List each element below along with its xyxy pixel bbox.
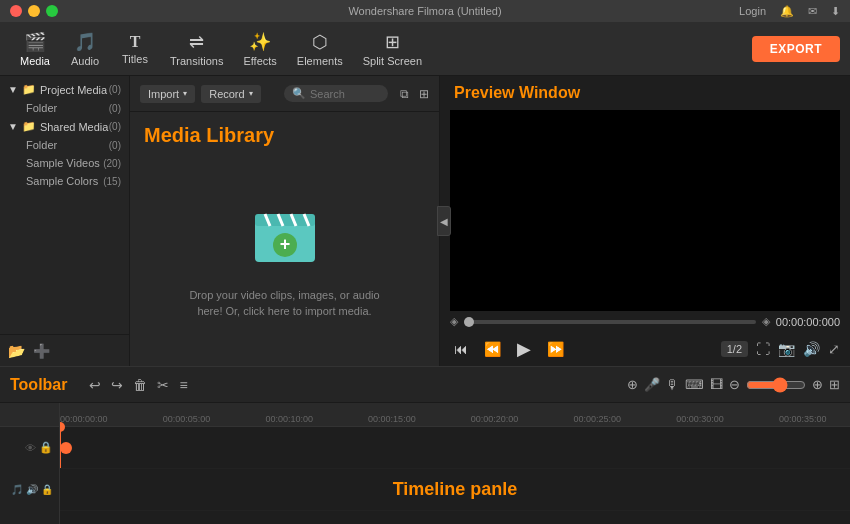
sidebar-item-shared-folder[interactable]: Folder (0) — [0, 136, 129, 154]
snapshot-icon[interactable]: 📷 — [778, 341, 795, 357]
fullscreen-icon[interactable]: ⛶ — [756, 341, 770, 357]
preview-right-icons: ⛶ 📷 🔊 ⤢ — [756, 341, 840, 357]
audio-track-lock-icon[interactable]: 🔒 — [41, 484, 53, 495]
project-folder-label: Folder — [26, 102, 57, 114]
step-back-button[interactable]: ⏪ — [480, 339, 505, 359]
delete-icon[interactable]: 🗑 — [131, 375, 149, 395]
elements-icon: ⬡ — [312, 31, 328, 53]
collapse-panel-button[interactable]: ◀ — [437, 206, 451, 236]
sidebar-item-project-folder[interactable]: Folder (0) — [0, 99, 129, 117]
shared-folder-icon: 📁 — [22, 120, 36, 133]
download-icon[interactable]: ⬇ — [831, 5, 840, 18]
sidebar-item-sample-videos[interactable]: Sample Videos (20) — [0, 154, 129, 172]
media-icon: 🎬 — [24, 31, 46, 53]
preview-controls: ⏮ ⏪ ▶ ⏩ 1/2 ⛶ 📷 🔊 ⤢ — [440, 332, 850, 366]
audio-icon[interactable]: 🎤 — [644, 377, 660, 392]
captions-icon[interactable]: ⌨ — [685, 377, 704, 392]
zoom-level-button[interactable]: 1/2 — [721, 341, 748, 357]
clip-settings-icon[interactable]: ⊕ — [627, 377, 638, 392]
minus-circle-icon[interactable]: ⊖ — [729, 377, 740, 392]
scrubber-thumb[interactable] — [464, 317, 474, 327]
sidebar-item-shared-media[interactable]: ▼ 📁 Shared Media (0) — [0, 117, 129, 136]
titles-label: Titles — [122, 53, 148, 65]
filter-icon[interactable]: ⧉ — [400, 87, 409, 101]
video-track-header: 👁 🔒 — [0, 427, 59, 469]
toolbar-item-media[interactable]: 🎬 Media — [10, 27, 60, 71]
scrubber-left-bracket[interactable]: ◈ — [450, 315, 458, 328]
transitions-label: Transitions — [170, 55, 223, 67]
toolbar-item-elements[interactable]: ⬡ Elements — [287, 27, 353, 71]
ruler-tick-4: 00:00:20:00 — [471, 414, 519, 424]
ruler-tick-7: 00:00:35:00 — [779, 414, 827, 424]
chevron-down-icon: ▾ — [183, 89, 187, 98]
add-icon[interactable]: ➕ — [33, 343, 50, 359]
audio-track-empty — [60, 511, 850, 524]
skip-back-button[interactable]: ⏮ — [450, 339, 472, 359]
grid-icon[interactable]: ⊞ — [419, 87, 429, 101]
minimize-button[interactable] — [28, 5, 40, 17]
track-lock-icon[interactable]: 🔒 — [39, 441, 53, 454]
scrubber-track[interactable] — [464, 320, 756, 324]
play-button[interactable]: ▶ — [513, 336, 535, 362]
sidebar-item-project-media[interactable]: ▼ 📁 Project Media (0) — [0, 80, 129, 99]
zoom-slider[interactable] — [746, 377, 806, 393]
scrubber-right-bracket[interactable]: ◈ — [762, 315, 770, 328]
transitions-icon: ⇌ — [189, 31, 204, 53]
timeline-toolbar-title: Toolbar — [10, 376, 67, 394]
ruler-tick-6: 00:00:30:00 — [676, 414, 724, 424]
import-button[interactable]: Import ▾ — [140, 85, 195, 103]
record-label: Record — [209, 88, 244, 100]
step-forward-button[interactable]: ⏩ — [543, 339, 568, 359]
voice-icon[interactable]: 🎙 — [666, 377, 679, 392]
export-button[interactable]: EXPORT — [752, 36, 840, 62]
login-link[interactable]: Login — [739, 5, 766, 18]
expand-icon[interactable]: ⤢ — [828, 341, 840, 357]
traffic-lights — [10, 5, 58, 17]
shared-folder-label: Folder — [26, 139, 57, 151]
timeline-toolbar-icons: ↩ ↪ 🗑 ✂ ≡ — [87, 375, 189, 395]
timeline-section: Toolbar ↩ ↪ 🗑 ✂ ≡ ⊕ 🎤 🎙 ⌨ 🎞 ⊖ ⊕ ⊞ — [0, 366, 850, 524]
playhead-marker — [60, 422, 65, 432]
toolbar-item-effects[interactable]: ✨ Effects — [233, 27, 286, 71]
track-eye-icon[interactable]: 👁 — [25, 442, 36, 454]
timeline-body: 👁 🔒 🎵 🔊 🔒 00:00:00:00 00:00:05:00 00:00:… — [0, 403, 850, 524]
elements-label: Elements — [297, 55, 343, 67]
audio-track-header: 🎵 🔊 🔒 — [0, 469, 59, 511]
preview-title: Preview Window — [440, 76, 850, 110]
audio-track-icon[interactable]: 🎵 — [11, 484, 23, 495]
time-display: 00:00:00:000 — [776, 316, 840, 328]
sample-colors-count: (15) — [103, 176, 121, 187]
toolbar-item-titles[interactable]: T Titles — [110, 29, 160, 69]
project-media-count: (0) — [109, 84, 121, 95]
new-folder-icon[interactable]: 📂 — [8, 343, 25, 359]
maximize-button[interactable] — [46, 5, 58, 17]
grid-toggle-icon[interactable]: ⊞ — [829, 377, 840, 392]
record-button[interactable]: Record ▾ — [201, 85, 260, 103]
toolbar-item-audio[interactable]: 🎵 Audio — [60, 27, 110, 71]
audio-track-volume-icon[interactable]: 🔊 — [26, 484, 38, 495]
media-label: Media — [20, 55, 50, 67]
cut-icon[interactable]: ✂ — [155, 375, 171, 395]
title-bar: Wondershare Filmora (Untitled) Login 🔔 ✉… — [0, 0, 850, 22]
search-input[interactable] — [310, 88, 380, 100]
sample-colors-label: Sample Colors — [26, 175, 98, 187]
toolbar-item-transitions[interactable]: ⇌ Transitions — [160, 27, 233, 71]
toolbar-item-split-screen[interactable]: ⊞ Split Screen — [353, 27, 432, 71]
volume-icon[interactable]: 🔊 — [803, 341, 820, 357]
message-icon[interactable]: ✉ — [808, 5, 817, 18]
timeline-toolbar: Toolbar ↩ ↪ 🗑 ✂ ≡ ⊕ 🎤 🎙 ⌨ 🎞 ⊖ ⊕ ⊞ — [0, 367, 850, 403]
effects-icon: ✨ — [249, 31, 271, 53]
chevron-down-icon: ▼ — [8, 84, 18, 95]
sidebar-item-sample-colors[interactable]: Sample Colors (15) — [0, 172, 129, 190]
preview-video-area — [450, 110, 840, 311]
redo-icon[interactable]: ↪ — [109, 375, 125, 395]
plus-circle-icon[interactable]: ⊕ — [812, 377, 823, 392]
video-icon[interactable]: 🎞 — [710, 377, 723, 392]
media-toolbar: Import ▾ Record ▾ 🔍 ⧉ ⊞ — [130, 76, 439, 112]
undo-icon[interactable]: ↩ — [87, 375, 103, 395]
drop-text: Drop your video clips, images, or audio … — [185, 287, 385, 320]
close-button[interactable] — [10, 5, 22, 17]
notification-icon[interactable]: 🔔 — [780, 5, 794, 18]
media-drop-area[interactable]: + Drop your video clips, images, or audi… — [130, 153, 439, 366]
more-icon[interactable]: ≡ — [177, 375, 189, 395]
